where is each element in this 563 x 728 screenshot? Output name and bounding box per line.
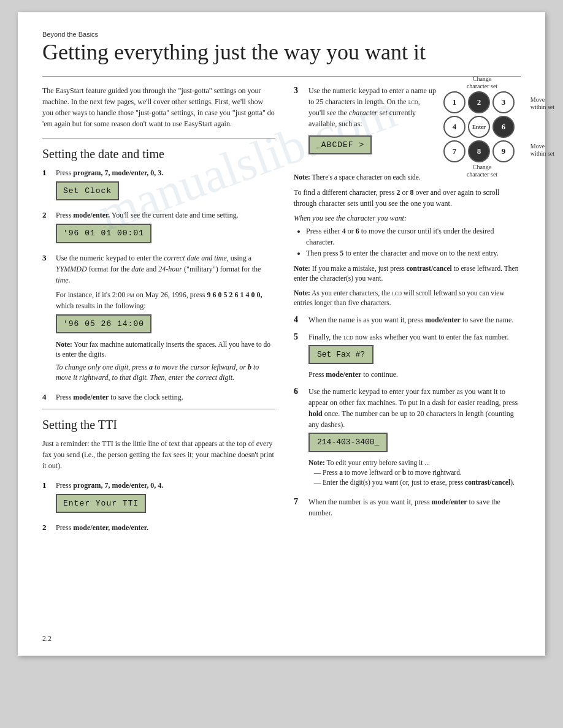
right-step-6: 6 Use the numeric keypad to enter your f… [294, 386, 521, 490]
keypad-diagram: Changecharacter set Movewithin set Movew… [443, 91, 521, 162]
key-2: 2 [468, 91, 490, 113]
step-4-content: Press mode/enter to save the clock setti… [56, 392, 275, 403]
right-note-1-bold: Note: [294, 173, 310, 181]
bullet-1-6: 6 [356, 227, 359, 235]
lcd-abbr-1: lcd [408, 97, 418, 106]
key-7: 7 [443, 140, 465, 162]
scroll-para: To find a different character, press 2 o… [294, 187, 521, 209]
date-time-heading: Setting the date and time [42, 147, 275, 161]
right-step-4: 4 When the name is as you want it, press… [294, 314, 521, 325]
right-step-3-content: Use the numeric keypad to enter a name u… [308, 85, 437, 158]
section-divider-1 [42, 138, 275, 138]
key-6: 6 [492, 116, 515, 138]
step-4-bold: mode/enter [73, 393, 109, 401]
char-set-italic: character set [349, 108, 388, 117]
main-title: Getting everything just the way you want… [42, 40, 521, 65]
right-step-5-me: mode/enter [326, 370, 361, 379]
step-2-lcd: '96 01 01 00:01 [56, 224, 151, 243]
step-3-b: b [248, 363, 251, 371]
keypad-label-top: Changecharacter set [467, 75, 497, 90]
right-step-4-num: 4 [294, 314, 306, 325]
char-set-lcd: _ABCDEF > [308, 135, 372, 155]
two-col-layout: The EasyStart feature guided you through… [42, 85, 521, 540]
set-fax-lcd: Set Fax #? [308, 345, 373, 365]
step-3-italic1: correct date and time, [164, 254, 229, 262]
right-step-6-note: Note: To edit your entry before saving i… [308, 458, 521, 487]
note-6-cc: contrast/cancel [465, 479, 510, 486]
step-1-lcd: Set Clock [56, 181, 119, 201]
tti-step-2-bold: mode/enter, mode/enter. [73, 523, 148, 532]
step-3-subtext: For instance, if it's 2:00 pm on May 26,… [56, 289, 275, 311]
right-step-7-bold: mode/enter [432, 498, 467, 506]
page-number: 2.2 [42, 634, 52, 643]
char-display-area: _ABCDEF > [308, 132, 437, 158]
step-2-num: 2 [42, 210, 53, 220]
lcd-abbr-3: lcd [343, 333, 353, 341]
step-3-note-bold: Note: [56, 341, 72, 348]
title-divider [42, 76, 521, 77]
step-2: 2 Press mode/enter. You'll see the curre… [42, 210, 275, 246]
keypad-label-right-bottom: Movewithin set [530, 143, 554, 157]
lcd-abbr-2: lcd [392, 289, 402, 297]
step-3-italic3: date [131, 265, 144, 273]
right-step-3: 3 Use the numeric keypad to enter a name… [294, 85, 437, 158]
when-you-see: When you see the character you want: [294, 214, 521, 223]
intro-text: The EasyStart feature guided you through… [42, 85, 275, 129]
keypad-label-bottom: Changecharacter set [467, 164, 497, 178]
step-3-italic5: time. [56, 276, 71, 284]
right-note-2-cc: contrast/cancel [407, 265, 452, 272]
tti-step-1-content: Press program, 7, mode/enter, 0, 4. Ente… [56, 480, 275, 517]
key-enter: Enter [468, 116, 490, 138]
tti-intro: Just a reminder: the TTI is the little l… [42, 438, 275, 471]
right-step-3-num: 3 [294, 85, 306, 96]
section-divider-2 [42, 409, 275, 409]
page: manualslib.com Beyond the Basics Getting… [18, 12, 545, 656]
right-step-6-hold: hold [308, 409, 323, 418]
right-step-4-content: When the name is as you want it, press m… [308, 314, 521, 325]
right-step-5: 5 Finally, the lcd now asks whether you … [294, 332, 521, 381]
step-1: 1 Press program, 7, mode/enter, 0, 3. Se… [42, 167, 275, 204]
section-label: Beyond the Basics [42, 31, 521, 38]
right-step-7-num: 7 [294, 496, 306, 507]
tti-step-2-num: 2 [42, 522, 53, 533]
right-note-2: Note: If you make a mistake, just press … [294, 264, 521, 283]
bullet-1: Press either 4 or 6 to move the cursor u… [306, 226, 521, 248]
keypad-grid: 1 2 3 4 Enter 6 7 8 9 [443, 91, 515, 162]
step-3-note: Note: Your fax machine automatically ins… [56, 339, 275, 359]
char-bullets: Press either 4 or 6 to move the cursor u… [306, 226, 521, 259]
step-3-italic4: 24-hour [158, 265, 182, 273]
step-3-italic-note: To change only one digit, press a to mov… [56, 362, 275, 383]
step-3-lcd: '96 05 26 14:00 [56, 314, 151, 334]
left-column: The EasyStart feature guided you through… [42, 85, 275, 540]
step-2-content: Press mode/enter. You'll see the current… [56, 210, 275, 246]
right-note-3: Note: As you enter characters, the lcd w… [294, 288, 521, 308]
key-8: 8 [468, 140, 490, 162]
scroll-8: 8 [410, 188, 413, 197]
step-3: 3 Use the numeric keypad to enter the co… [42, 252, 275, 385]
tti-step-1-num: 1 [42, 480, 53, 490]
step-3-content: Use the numeric keypad to enter the corr… [56, 252, 275, 385]
step-3-pm: pm [127, 290, 134, 299]
scroll-2: 2 [396, 188, 400, 197]
tti-step-1: 1 Press program, 7, mode/enter, 0, 4. En… [42, 480, 275, 517]
step-1-bold: program, 7, mode/enter, 0, 3. [73, 169, 163, 177]
step-3-italic2: YYMMDD [56, 265, 87, 273]
step-3-digits: 9 6 0 5 2 6 1 4 0 0, [207, 290, 262, 299]
tti-step-2: 2 Press mode/enter, mode/enter. [42, 522, 275, 533]
note-6-a: a [339, 469, 343, 476]
step-2-bold: mode/enter. [73, 211, 110, 219]
right-column: Changecharacter set Movewithin set Movew… [294, 85, 521, 540]
right-step-7: 7 When the number is as you want it, pre… [294, 496, 521, 518]
key-9: 9 [492, 140, 515, 162]
right-step-6-num: 6 [294, 386, 306, 396]
bullet-2-5: 5 [340, 249, 343, 257]
key-4: 4 [443, 116, 465, 138]
right-note-3-bold: Note: [294, 289, 310, 297]
tti-step-1-bold: program, 7, mode/enter, 0, 4. [73, 481, 163, 490]
note-6-b: b [402, 469, 406, 476]
step-1-content: Press program, 7, mode/enter, 0, 3. Set … [56, 167, 275, 204]
right-step-6-content: Use the numeric keypad to enter your fax… [308, 386, 521, 490]
tti-heading: Setting the TTI [42, 418, 275, 432]
keypad-label-right-top: Movewithin set [530, 96, 554, 111]
right-step-7-content: When the number is as you want it, press… [308, 496, 521, 518]
